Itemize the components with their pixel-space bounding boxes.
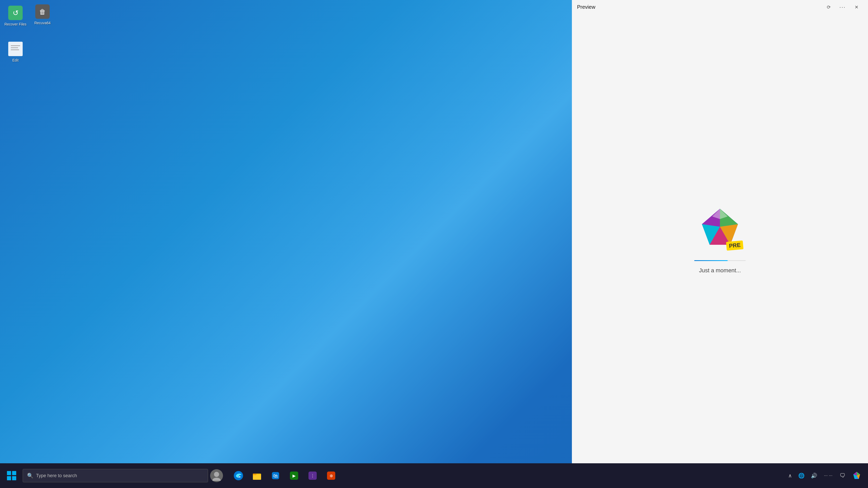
taskbar-edge-button[interactable] (230, 467, 247, 484)
explorer-icon (252, 470, 262, 481)
notification-button[interactable]: 🗨 (838, 471, 847, 480)
taskbar-app5-button[interactable]: ⋮ (304, 467, 321, 484)
tray-polychrome-button[interactable] (850, 469, 863, 482)
system-tray: ∧ 🌐 🔊 ··· ··· 🗨 (787, 469, 865, 482)
svg-text:⋮: ⋮ (311, 474, 315, 478)
app-icon: PRE (697, 204, 743, 250)
preview-titlebar: Preview ⟳ ··· ✕ (572, 0, 868, 14)
tray-sound-icon[interactable]: 🔊 (809, 471, 819, 480)
loading-bar-container (694, 260, 746, 261)
loading-text: Just a moment... (699, 267, 741, 274)
edge-icon (233, 470, 244, 481)
store-icon: 🛍 (270, 470, 281, 481)
desktop-icon-recuva[interactable]: 🗑 Recuva64 (30, 4, 55, 25)
recover-icon: ↺ (8, 5, 23, 21)
taskbar-explorer-button[interactable] (249, 467, 265, 484)
svg-point-23 (214, 472, 219, 477)
search-placeholder: Type here to search (36, 473, 77, 479)
app-icon-container: PRE (697, 204, 743, 250)
loading-bar (694, 260, 728, 261)
svg-rect-20 (12, 471, 16, 475)
svg-text:⊕: ⊕ (330, 474, 333, 478)
preview-panel: Preview ⟳ ··· ✕ (572, 0, 868, 463)
svg-text:🗑: 🗑 (39, 8, 46, 16)
taskbar-app6-icon: ⊕ (326, 470, 336, 481)
more-options-button[interactable]: ··· (836, 2, 849, 12)
svg-text:▶: ▶ (292, 474, 296, 478)
preview-title: Preview (577, 4, 821, 10)
preview-content: PRE Just a moment... (572, 14, 868, 463)
taskbar: 🔍 Type here to search (0, 463, 868, 488)
recuva-label: Recuva64 (34, 21, 51, 25)
taskbar-avatar[interactable] (210, 469, 223, 482)
start-button[interactable] (3, 467, 21, 485)
svg-rect-27 (253, 475, 261, 480)
taskbar-app4-icon: ▶ (289, 470, 299, 481)
taskbar-store-button[interactable]: 🛍 (267, 467, 284, 484)
user-avatar-icon (211, 470, 222, 481)
desktop-icon-edit[interactable]: Edit (3, 41, 28, 62)
refresh-button[interactable]: ⟳ (822, 2, 835, 12)
search-bar[interactable]: 🔍 Type here to search (23, 469, 208, 482)
svg-rect-21 (7, 476, 11, 480)
tray-clock[interactable]: ··· ··· (822, 472, 835, 479)
search-icon: 🔍 (27, 473, 33, 479)
svg-rect-8 (8, 42, 23, 56)
svg-text:🛍: 🛍 (273, 473, 278, 479)
edit-icon (8, 41, 23, 57)
tray-time: ··· ··· (824, 473, 833, 478)
taskbar-app4-button[interactable]: ▶ (286, 467, 302, 484)
taskbar-app6-button[interactable]: ⊕ (323, 467, 339, 484)
svg-rect-10 (11, 47, 18, 48)
svg-rect-19 (7, 471, 11, 475)
svg-rect-9 (11, 45, 20, 46)
svg-point-24 (212, 478, 221, 481)
svg-rect-11 (11, 50, 19, 50)
recuva-icon: 🗑 (35, 4, 50, 19)
close-button[interactable]: ✕ (850, 2, 863, 12)
tray-chevron-icon[interactable]: ∧ (787, 471, 794, 480)
edit-label: Edit (12, 58, 19, 62)
taskbar-pinned-apps: 🛍 ▶ ⋮ ⊕ (230, 467, 339, 484)
svg-rect-22 (12, 476, 16, 480)
windows-start-icon (7, 471, 16, 480)
taskbar-app5-icon: ⋮ (307, 470, 318, 481)
tray-polychrome-icon (852, 471, 861, 480)
desktop-icon-recover[interactable]: ↺ Recover Files (3, 5, 28, 26)
svg-rect-28 (253, 474, 256, 475)
recover-label: Recover Files (4, 22, 27, 26)
svg-text:↺: ↺ (12, 9, 19, 17)
tray-network-icon[interactable]: 🌐 (797, 471, 806, 480)
pre-badge: PRE (726, 240, 743, 251)
